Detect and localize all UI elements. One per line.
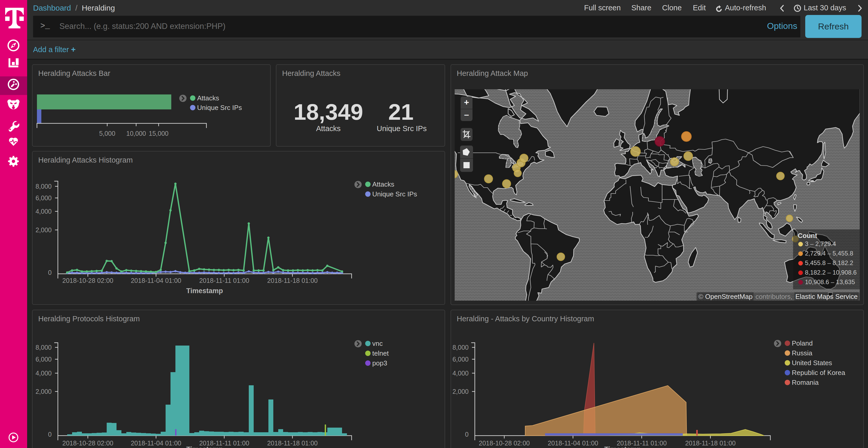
svg-text:Unique Src IPs: Unique Src IPs [197, 104, 242, 111]
svg-text:8,000: 8,000 [35, 183, 52, 190]
svg-text:pop3: pop3 [372, 359, 387, 367]
svg-text:8,000: 8,000 [35, 344, 52, 351]
svg-text:Attacks: Attacks [197, 94, 219, 102]
svg-text:2,000: 2,000 [35, 226, 52, 234]
svg-text:Unique Src IPs: Unique Src IPs [377, 125, 427, 133]
svg-text:2018-11-18 01:00: 2018-11-18 01:00 [267, 440, 318, 447]
svg-text:4,000: 4,000 [35, 370, 52, 377]
svg-text:2018-11-18 01:00: 2018-11-18 01:00 [267, 277, 318, 284]
svg-text:Attacks: Attacks [372, 180, 394, 188]
svg-text:2018-10-28 02:00: 2018-10-28 02:00 [62, 440, 113, 447]
svg-text:Timestamp: Timestamp [186, 445, 223, 448]
svg-text:6,000: 6,000 [35, 356, 52, 363]
svg-text:Attacks: Attacks [316, 125, 340, 133]
svg-text:6,000: 6,000 [35, 194, 52, 202]
svg-text:telnet: telnet [372, 349, 389, 357]
svg-text:Russia: Russia [792, 349, 812, 357]
svg-text:6,000: 6,000 [452, 356, 469, 363]
svg-text:21: 21 [388, 99, 413, 125]
svg-text:18,349: 18,349 [293, 99, 363, 125]
svg-text:2018-11-04 01:00: 2018-11-04 01:00 [131, 277, 181, 284]
svg-text:2018-11-11 01:00: 2018-11-11 01:00 [199, 277, 249, 284]
svg-text:vnc: vnc [372, 340, 382, 347]
svg-text:Timestamp: Timestamp [604, 445, 641, 448]
svg-text:2018-11-04 01:00: 2018-11-04 01:00 [548, 440, 598, 447]
svg-text:2,000: 2,000 [35, 388, 52, 395]
svg-text:0: 0 [48, 431, 52, 438]
svg-text:2018-10-28 02:00: 2018-10-28 02:00 [479, 440, 530, 447]
svg-text:2,000: 2,000 [452, 388, 469, 395]
svg-text:15,000: 15,000 [149, 130, 168, 137]
svg-text:Poland: Poland [792, 339, 813, 347]
svg-text:0: 0 [48, 269, 52, 276]
svg-text:4,000: 4,000 [452, 370, 469, 377]
svg-text:0: 0 [465, 431, 469, 438]
svg-text:2018-11-04 01:00: 2018-11-04 01:00 [131, 440, 181, 447]
svg-text:5,000: 5,000 [99, 130, 116, 137]
svg-text:10,000: 10,000 [126, 130, 146, 137]
svg-text:2018-10-28 02:00: 2018-10-28 02:00 [62, 277, 113, 284]
svg-text:Romania: Romania [792, 379, 819, 386]
svg-text:Timestamp: Timestamp [186, 287, 223, 295]
svg-text:United States: United States [792, 359, 832, 367]
svg-text:2018-11-18 01:00: 2018-11-18 01:00 [685, 440, 736, 447]
svg-text:8,000: 8,000 [452, 344, 469, 351]
svg-text:4,000: 4,000 [35, 208, 52, 215]
svg-text:Unique Src IPs: Unique Src IPs [372, 190, 417, 198]
svg-text:Republic of Korea: Republic of Korea [792, 369, 845, 377]
